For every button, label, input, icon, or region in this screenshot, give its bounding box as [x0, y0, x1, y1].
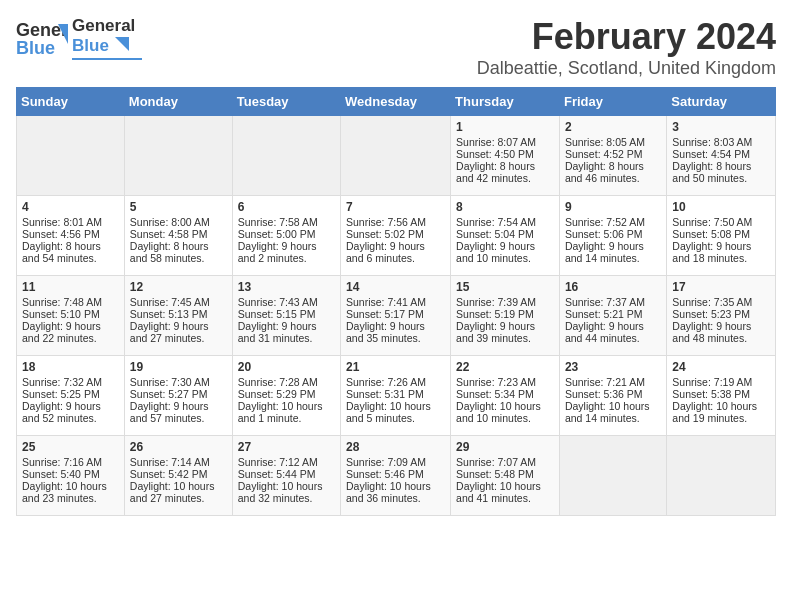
- day-info-line: Sunrise: 8:07 AM: [456, 136, 554, 148]
- day-info-line: Daylight: 10 hours: [238, 400, 335, 412]
- day-number: 27: [238, 440, 335, 454]
- day-info-line: and 31 minutes.: [238, 332, 335, 344]
- day-info-line: and 50 minutes.: [672, 172, 770, 184]
- day-info-line: Sunrise: 7:50 AM: [672, 216, 770, 228]
- day-info-line: Sunrise: 7:23 AM: [456, 376, 554, 388]
- day-info-line: Sunset: 5:25 PM: [22, 388, 119, 400]
- day-info-line: Sunrise: 7:52 AM: [565, 216, 661, 228]
- day-info-line: Sunset: 4:58 PM: [130, 228, 227, 240]
- calendar-table: SundayMondayTuesdayWednesdayThursdayFrid…: [16, 87, 776, 516]
- calendar-week-row: 11Sunrise: 7:48 AMSunset: 5:10 PMDayligh…: [17, 276, 776, 356]
- day-info-line: Sunrise: 7:30 AM: [130, 376, 227, 388]
- day-info-line: Sunset: 5:42 PM: [130, 468, 227, 480]
- day-info-line: and 39 minutes.: [456, 332, 554, 344]
- day-info-line: Sunset: 5:38 PM: [672, 388, 770, 400]
- day-info-line: and 14 minutes.: [565, 412, 661, 424]
- day-info-line: and 2 minutes.: [238, 252, 335, 264]
- calendar-cell: 1Sunrise: 8:07 AMSunset: 4:50 PMDaylight…: [451, 116, 560, 196]
- day-info-line: Sunrise: 7:16 AM: [22, 456, 119, 468]
- calendar-week-row: 4Sunrise: 8:01 AMSunset: 4:56 PMDaylight…: [17, 196, 776, 276]
- day-number: 20: [238, 360, 335, 374]
- day-info-line: Daylight: 10 hours: [346, 400, 445, 412]
- calendar-cell: [124, 116, 232, 196]
- day-info-line: Daylight: 9 hours: [565, 320, 661, 332]
- calendar-cell: 21Sunrise: 7:26 AMSunset: 5:31 PMDayligh…: [341, 356, 451, 436]
- day-info-line: Sunrise: 8:05 AM: [565, 136, 661, 148]
- day-number: 23: [565, 360, 661, 374]
- day-info-line: Daylight: 8 hours: [672, 160, 770, 172]
- calendar-cell: 5Sunrise: 8:00 AMSunset: 4:58 PMDaylight…: [124, 196, 232, 276]
- day-number: 26: [130, 440, 227, 454]
- calendar-cell: 26Sunrise: 7:14 AMSunset: 5:42 PMDayligh…: [124, 436, 232, 516]
- calendar-cell: 8Sunrise: 7:54 AMSunset: 5:04 PMDaylight…: [451, 196, 560, 276]
- calendar-cell: 2Sunrise: 8:05 AMSunset: 4:52 PMDaylight…: [559, 116, 666, 196]
- day-info-line: Daylight: 9 hours: [238, 240, 335, 252]
- calendar-cell: 6Sunrise: 7:58 AMSunset: 5:00 PMDaylight…: [232, 196, 340, 276]
- logo-general: General: [72, 16, 142, 36]
- day-info-line: and 32 minutes.: [238, 492, 335, 504]
- day-info-line: Daylight: 9 hours: [238, 320, 335, 332]
- day-info-line: Sunrise: 7:56 AM: [346, 216, 445, 228]
- day-info-line: and 36 minutes.: [346, 492, 445, 504]
- calendar-cell: 17Sunrise: 7:35 AMSunset: 5:23 PMDayligh…: [667, 276, 776, 356]
- calendar-cell: [232, 116, 340, 196]
- page-title: February 2024: [477, 16, 776, 58]
- calendar-cell: 3Sunrise: 8:03 AMSunset: 4:54 PMDaylight…: [667, 116, 776, 196]
- calendar-cell: 20Sunrise: 7:28 AMSunset: 5:29 PMDayligh…: [232, 356, 340, 436]
- weekday-header: Sunday: [17, 88, 125, 116]
- day-info-line: Daylight: 10 hours: [565, 400, 661, 412]
- day-number: 19: [130, 360, 227, 374]
- day-info-line: Daylight: 9 hours: [672, 240, 770, 252]
- day-info-line: and 46 minutes.: [565, 172, 661, 184]
- day-info-line: Sunset: 5:36 PM: [565, 388, 661, 400]
- page-header: General Blue General Blue February 2024 …: [16, 16, 776, 79]
- day-info-line: and 14 minutes.: [565, 252, 661, 264]
- calendar-cell: 16Sunrise: 7:37 AMSunset: 5:21 PMDayligh…: [559, 276, 666, 356]
- calendar-cell: 27Sunrise: 7:12 AMSunset: 5:44 PMDayligh…: [232, 436, 340, 516]
- day-number: 11: [22, 280, 119, 294]
- day-info-line: Sunrise: 8:03 AM: [672, 136, 770, 148]
- day-info-line: Sunrise: 7:43 AM: [238, 296, 335, 308]
- calendar-cell: 9Sunrise: 7:52 AMSunset: 5:06 PMDaylight…: [559, 196, 666, 276]
- day-number: 14: [346, 280, 445, 294]
- day-info-line: Sunset: 5:44 PM: [238, 468, 335, 480]
- day-number: 29: [456, 440, 554, 454]
- day-number: 17: [672, 280, 770, 294]
- day-info-line: Sunrise: 7:41 AM: [346, 296, 445, 308]
- calendar-cell: 24Sunrise: 7:19 AMSunset: 5:38 PMDayligh…: [667, 356, 776, 436]
- day-info-line: Sunrise: 7:32 AM: [22, 376, 119, 388]
- day-info-line: Sunset: 5:23 PM: [672, 308, 770, 320]
- day-info-line: Daylight: 10 hours: [22, 480, 119, 492]
- day-info-line: Daylight: 9 hours: [672, 320, 770, 332]
- day-info-line: Sunset: 5:31 PM: [346, 388, 445, 400]
- day-info-line: Sunrise: 7:21 AM: [565, 376, 661, 388]
- day-number: 2: [565, 120, 661, 134]
- weekday-header: Wednesday: [341, 88, 451, 116]
- day-info-line: Daylight: 9 hours: [22, 320, 119, 332]
- svg-marker-3: [115, 37, 129, 51]
- day-info-line: Sunset: 5:08 PM: [672, 228, 770, 240]
- calendar-week-row: 25Sunrise: 7:16 AMSunset: 5:40 PMDayligh…: [17, 436, 776, 516]
- day-info-line: Sunrise: 7:19 AM: [672, 376, 770, 388]
- calendar-cell: 19Sunrise: 7:30 AMSunset: 5:27 PMDayligh…: [124, 356, 232, 436]
- day-info-line: and 41 minutes.: [456, 492, 554, 504]
- calendar-cell: 22Sunrise: 7:23 AMSunset: 5:34 PMDayligh…: [451, 356, 560, 436]
- day-number: 3: [672, 120, 770, 134]
- day-info-line: Sunset: 5:17 PM: [346, 308, 445, 320]
- day-number: 8: [456, 200, 554, 214]
- calendar-header-row: SundayMondayTuesdayWednesdayThursdayFrid…: [17, 88, 776, 116]
- calendar-cell: 12Sunrise: 7:45 AMSunset: 5:13 PMDayligh…: [124, 276, 232, 356]
- day-number: 12: [130, 280, 227, 294]
- day-info-line: Daylight: 8 hours: [130, 240, 227, 252]
- day-info-line: Sunrise: 7:58 AM: [238, 216, 335, 228]
- logo-icon: General Blue: [16, 16, 68, 60]
- calendar-cell: 25Sunrise: 7:16 AMSunset: 5:40 PMDayligh…: [17, 436, 125, 516]
- day-info-line: Sunrise: 7:45 AM: [130, 296, 227, 308]
- day-info-line: Sunset: 5:46 PM: [346, 468, 445, 480]
- day-info-line: and 42 minutes.: [456, 172, 554, 184]
- day-info-line: Sunset: 5:29 PM: [238, 388, 335, 400]
- day-info-line: and 27 minutes.: [130, 332, 227, 344]
- title-block: February 2024 Dalbeattie, Scotland, Unit…: [477, 16, 776, 79]
- day-info-line: Sunrise: 7:26 AM: [346, 376, 445, 388]
- day-info-line: Daylight: 9 hours: [130, 320, 227, 332]
